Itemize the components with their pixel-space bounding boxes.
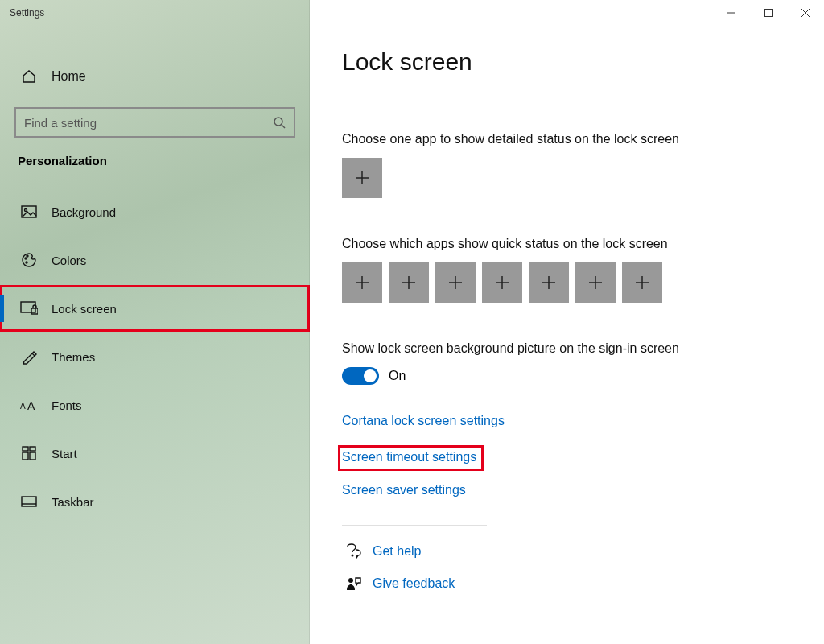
link-screen-saver[interactable]: Screen saver settings bbox=[342, 483, 466, 497]
image-icon bbox=[18, 205, 40, 218]
svg-rect-15 bbox=[23, 447, 28, 451]
maximize-button[interactable] bbox=[750, 0, 787, 26]
feedback-row[interactable]: Give feedback bbox=[342, 576, 792, 592]
signin-bg-label: Show lock screen background picture on t… bbox=[342, 341, 792, 356]
help-icon bbox=[342, 543, 365, 559]
taskbar-icon bbox=[18, 496, 40, 507]
svg-rect-18 bbox=[30, 452, 35, 460]
close-button[interactable] bbox=[787, 0, 824, 26]
signin-bg-toggle[interactable] bbox=[342, 367, 379, 385]
plus-icon bbox=[447, 275, 464, 291]
feedback-icon bbox=[342, 576, 365, 592]
svg-point-37 bbox=[352, 555, 353, 556]
svg-line-5 bbox=[282, 125, 285, 128]
toggle-state-text: On bbox=[389, 369, 406, 383]
svg-point-9 bbox=[27, 255, 28, 257]
get-help-row[interactable]: Get help bbox=[342, 543, 792, 559]
sidebar-item-label: Start bbox=[52, 447, 77, 460]
sidebar-item-label: Background bbox=[52, 205, 116, 219]
sidebar-item-label: Themes bbox=[52, 350, 95, 364]
sidebar-home[interactable]: Home bbox=[0, 52, 310, 101]
link-cortana-settings[interactable]: Cortana lock screen settings bbox=[342, 414, 505, 428]
add-quick-status-app[interactable] bbox=[389, 262, 429, 303]
plus-icon bbox=[354, 275, 370, 291]
content: Lock screen Choose one app to show detai… bbox=[310, 0, 824, 644]
quick-status-row bbox=[342, 262, 792, 303]
svg-rect-1 bbox=[765, 10, 772, 17]
sidebar-category: Personalization bbox=[0, 154, 310, 167]
plus-icon bbox=[587, 275, 604, 291]
sidebar-item-taskbar[interactable]: Taskbar bbox=[0, 478, 310, 525]
divider bbox=[342, 525, 487, 526]
sidebar-nav: Background Colors Lock screen Themes AA … bbox=[0, 188, 310, 525]
svg-point-7 bbox=[25, 209, 27, 212]
plus-icon bbox=[401, 275, 417, 291]
sidebar-item-label: Colors bbox=[52, 254, 86, 267]
sidebar-item-label: Fonts bbox=[52, 398, 82, 412]
sidebar-item-lock-screen[interactable]: Lock screen bbox=[0, 285, 310, 332]
minimize-button[interactable] bbox=[713, 0, 750, 26]
sidebar-item-background[interactable]: Background bbox=[0, 188, 310, 235]
sidebar: Home Personalization Background Colors L… bbox=[0, 0, 310, 644]
svg-rect-19 bbox=[22, 497, 36, 506]
themes-icon bbox=[18, 349, 40, 365]
lock-screen-icon bbox=[18, 301, 40, 316]
detailed-status-label: Choose one app to show detailed status o… bbox=[342, 132, 792, 147]
home-icon bbox=[18, 69, 40, 84]
add-quick-status-app[interactable] bbox=[482, 262, 522, 303]
sidebar-item-fonts[interactable]: AA Fonts bbox=[0, 382, 310, 428]
add-detailed-status-app[interactable] bbox=[342, 158, 382, 198]
add-quick-status-app[interactable] bbox=[529, 262, 569, 303]
svg-point-8 bbox=[25, 258, 27, 259]
sidebar-item-colors[interactable]: Colors bbox=[0, 237, 310, 283]
svg-point-38 bbox=[348, 578, 353, 583]
add-quick-status-app[interactable] bbox=[622, 262, 662, 303]
svg-point-10 bbox=[26, 262, 27, 263]
page-title: Lock screen bbox=[342, 48, 792, 76]
quick-status-label: Choose which apps show quick status on t… bbox=[342, 237, 792, 251]
sidebar-item-start[interactable]: Start bbox=[0, 430, 310, 477]
sidebar-item-themes[interactable]: Themes bbox=[0, 333, 310, 380]
sidebar-item-label: Lock screen bbox=[52, 302, 117, 316]
add-quick-status-app[interactable] bbox=[575, 262, 616, 303]
add-quick-status-app[interactable] bbox=[342, 262, 382, 303]
svg-rect-16 bbox=[30, 447, 35, 451]
start-icon bbox=[18, 446, 40, 460]
palette-icon bbox=[18, 252, 40, 268]
titlebar: Settings bbox=[0, 0, 824, 26]
plus-icon bbox=[494, 275, 510, 291]
svg-text:A: A bbox=[20, 402, 26, 411]
svg-text:A: A bbox=[27, 399, 35, 411]
sidebar-home-label: Home bbox=[52, 69, 86, 84]
svg-rect-12 bbox=[31, 308, 38, 314]
plus-icon bbox=[541, 275, 557, 291]
sidebar-item-label: Taskbar bbox=[52, 495, 94, 509]
detailed-status-row bbox=[342, 158, 792, 198]
search-input[interactable] bbox=[14, 107, 295, 138]
plus-icon bbox=[634, 275, 650, 291]
svg-rect-17 bbox=[23, 452, 28, 460]
plus-icon bbox=[354, 170, 370, 186]
search-icon bbox=[273, 116, 286, 129]
add-quick-status-app[interactable] bbox=[435, 262, 476, 303]
svg-point-4 bbox=[274, 118, 282, 126]
link-screen-timeout[interactable]: Screen timeout settings bbox=[340, 448, 481, 469]
search-container bbox=[14, 107, 295, 138]
link-get-help[interactable]: Get help bbox=[373, 544, 421, 559]
window-title: Settings bbox=[0, 7, 44, 19]
fonts-icon: AA bbox=[18, 398, 40, 411]
link-give-feedback[interactable]: Give feedback bbox=[373, 576, 455, 591]
